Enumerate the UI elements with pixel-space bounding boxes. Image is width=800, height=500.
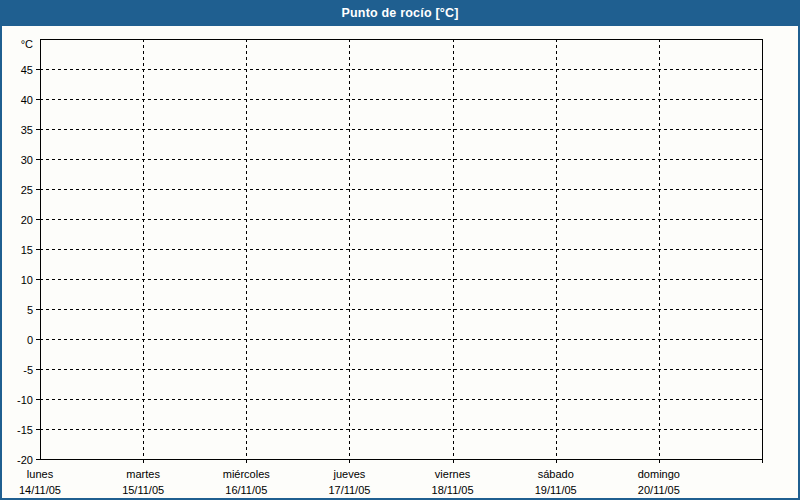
dew-point-chart-svg: -20-15-10-5051015202530354045°Clunes14/1…	[0, 0, 800, 500]
x-date-label: 17/11/05	[328, 484, 370, 496]
x-date-label: 16/11/05	[225, 484, 267, 496]
y-tick-label: -20	[17, 454, 33, 466]
y-tick-label: 30	[21, 154, 33, 166]
x-day-label: domingo	[638, 468, 680, 480]
plot-area: -20-15-10-5051015202530354045°Clunes14/1…	[0, 0, 800, 500]
y-axis-unit-label: °C	[21, 38, 33, 50]
y-tick-label: 25	[21, 184, 33, 196]
x-day-label: miércoles	[223, 468, 271, 480]
y-tick-label: 0	[27, 334, 33, 346]
y-tick-label: 10	[21, 274, 33, 286]
x-day-label: sábado	[538, 468, 574, 480]
y-tick-label: -10	[17, 394, 33, 406]
y-tick-label: 35	[21, 124, 33, 136]
x-day-label: viernes	[435, 468, 471, 480]
x-day-label: martes	[126, 468, 160, 480]
x-date-label: 19/11/05	[535, 484, 577, 496]
y-tick-label: -5	[23, 364, 33, 376]
y-tick-label: 20	[21, 214, 33, 226]
x-date-label: 20/11/05	[638, 484, 680, 496]
x-day-label: jueves	[333, 468, 366, 480]
y-tick-label: 45	[21, 64, 33, 76]
y-tick-label: 40	[21, 94, 33, 106]
x-date-label: 18/11/05	[432, 484, 474, 496]
chart-window: Punto de rocío [°C] -20-15-10-5051015202…	[0, 0, 800, 500]
x-date-label: 14/11/05	[19, 484, 61, 496]
y-tick-label: 5	[27, 304, 33, 316]
x-day-label: lunes	[27, 468, 54, 480]
y-tick-label: -15	[17, 424, 33, 436]
y-tick-label: 15	[21, 244, 33, 256]
x-date-label: 15/11/05	[122, 484, 164, 496]
